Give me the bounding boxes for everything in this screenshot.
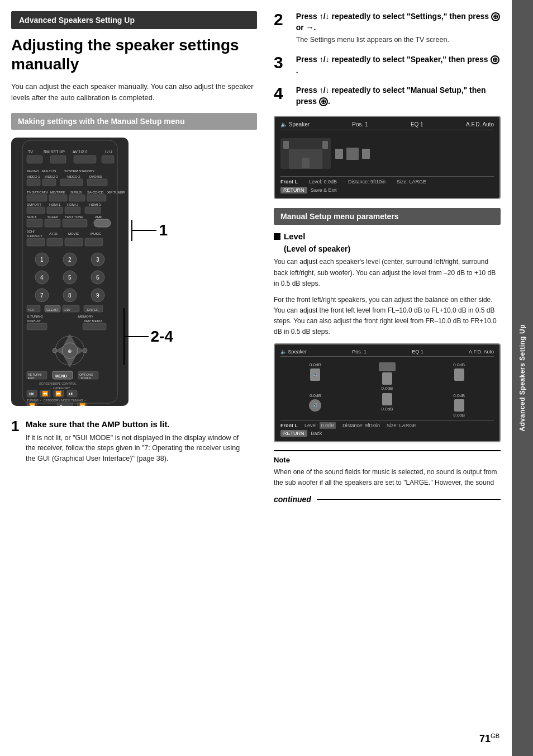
step-2: 2 Press ↑/↓ repeatedly to select "Settin… bbox=[274, 11, 501, 45]
step-4: 4 Press ↑/↓ repeatedly to select "Manual… bbox=[274, 85, 501, 107]
svg-text:RM SET UP: RM SET UP bbox=[44, 150, 65, 154]
side-tab: Advanced Speakers Setting Up bbox=[512, 0, 533, 756]
svg-text:EXIT: EXIT bbox=[28, 376, 35, 380]
page-number: 71GB bbox=[479, 733, 499, 745]
step-1: 1 Make sure that the AMP button is lit. … bbox=[11, 419, 257, 464]
side-tab-label: Advanced Speakers Setting Up bbox=[518, 324, 526, 431]
svg-text:HDMI 1: HDMI 1 bbox=[49, 203, 61, 206]
svg-rect-25 bbox=[27, 195, 47, 201]
svg-text:MENU: MENU bbox=[55, 374, 67, 378]
svg-rect-33 bbox=[27, 207, 45, 214]
svg-rect-42 bbox=[45, 219, 60, 227]
svg-text:4: 4 bbox=[40, 275, 44, 281]
svg-text:AV 1/2 0: AV 1/2 0 bbox=[73, 150, 87, 154]
section-header: Advanced Speakers Setting Up bbox=[11, 11, 257, 29]
svg-text:6: 6 bbox=[96, 275, 99, 281]
bracket-2-4: 2-4 bbox=[123, 328, 173, 346]
svg-text:1: 1 bbox=[40, 257, 44, 263]
svg-text:MEMORY: MEMORY bbox=[78, 315, 93, 318]
svg-text:A.DIRECT: A.DIRECT bbox=[27, 234, 42, 238]
svg-text:MD/TAPE: MD/TAPE bbox=[50, 191, 65, 194]
svg-point-93 bbox=[53, 348, 57, 353]
svg-text:PHONO: PHONO bbox=[27, 169, 39, 173]
svg-text:DISPLAY: DISPLAY bbox=[27, 319, 41, 323]
svg-text:SLEEP: SLEEP bbox=[47, 215, 58, 219]
svg-text:MULTI IN: MULTI IN bbox=[42, 169, 56, 173]
svg-rect-16 bbox=[27, 179, 40, 186]
svg-text:8: 8 bbox=[68, 292, 72, 299]
svg-text:TUNING ← CATEGORY MODE TUNING : TUNING ← CATEGORY MODE TUNING → bbox=[27, 399, 87, 402]
svg-text:9: 9 bbox=[96, 292, 99, 299]
svg-text:HDMI 2: HDMI 2 bbox=[67, 203, 79, 206]
svg-rect-50 bbox=[27, 238, 45, 246]
step-3-title: Press ↑/↓ repeatedly to select "Speaker,… bbox=[296, 54, 501, 76]
svg-text:3: 3 bbox=[96, 257, 99, 263]
level-body-2: For the front left/right speakers, you c… bbox=[274, 295, 501, 338]
svg-text:⏩: ⏩ bbox=[55, 390, 62, 397]
svg-text:VIDEO 2: VIDEO 2 bbox=[45, 175, 58, 178]
svg-text:TEST TONE: TEST TONE bbox=[65, 215, 83, 219]
continued-line: continued bbox=[274, 495, 501, 504]
svg-text:VIDEO 2: VIDEO 2 bbox=[67, 175, 80, 178]
svg-text:2: 2 bbox=[68, 257, 72, 263]
tv-screen-2: 🔈 Speaker Pos. 1 EQ 1 A.F.D. Auto 0.0dB … bbox=[274, 343, 501, 442]
remote-control-image: TV RM SET UP AV 1/2 0 I / U PHONO MU bbox=[11, 138, 129, 406]
step-2-title: Press ↑/↓ repeatedly to select "Settings… bbox=[296, 11, 501, 33]
svg-text:SCREEN/DSPL CONTROL: SCREEN/DSPL CONTROL bbox=[39, 382, 77, 385]
svg-text:SIRIUS: SIRIUS bbox=[70, 191, 82, 194]
step-1-title: Make sure that the AMP button is lit. bbox=[26, 419, 249, 430]
manual-setup-header: Manual Setup menu parameters bbox=[274, 208, 501, 225]
svg-text:ENTER: ENTER bbox=[87, 308, 99, 311]
svg-rect-51 bbox=[47, 238, 63, 246]
svg-text:A.F.D.: A.F.D. bbox=[49, 232, 59, 235]
intro-text: You can adjust the each speaker manually… bbox=[11, 81, 257, 103]
svg-rect-84 bbox=[27, 323, 47, 330]
note-body: When one of the sound fields for music i… bbox=[274, 467, 501, 488]
svg-text:SHIFT: SHIFT bbox=[27, 215, 37, 219]
sub-section-header: Making settings with the Manual Setup me… bbox=[11, 113, 257, 130]
svg-text:0/10: 0/10 bbox=[64, 308, 70, 311]
svg-text:TV SAT/CATV: TV SAT/CATV bbox=[27, 191, 48, 194]
svg-text:⏪: ⏪ bbox=[42, 390, 49, 397]
tv-screen-1: 🔈 Speaker Pos. 1 EQ 1 A.F.D. Auto bbox=[274, 116, 501, 199]
level-heading: Level bbox=[274, 231, 501, 241]
step-2-body: The Settings menu list appears on the TV… bbox=[296, 35, 501, 45]
svg-rect-8 bbox=[102, 155, 114, 163]
svg-text:MOVIE: MOVIE bbox=[68, 232, 79, 235]
svg-text:HDMI 3: HDMI 3 bbox=[89, 203, 101, 206]
svg-text:← CATEGORY →: ← CATEGORY → bbox=[49, 386, 74, 390]
svg-text:I / U: I / U bbox=[105, 150, 112, 154]
svg-text:SYSTEM STANDBY: SYSTEM STANDBY bbox=[64, 169, 94, 173]
svg-text:▶: ▶ bbox=[60, 404, 64, 406]
svg-rect-7 bbox=[74, 155, 96, 163]
svg-point-94 bbox=[83, 348, 87, 353]
svg-text:SA-CD/CD: SA-CD/CD bbox=[87, 191, 104, 194]
svg-text:⏭: ⏭ bbox=[69, 391, 74, 396]
svg-text:DMPORT: DMPORT bbox=[27, 203, 41, 206]
step-4-title: Press ↑/↓ repeatedly to select "Manual S… bbox=[296, 85, 501, 107]
svg-text:AMP MENU: AMP MENU bbox=[84, 319, 102, 323]
svg-rect-19 bbox=[87, 179, 107, 186]
svg-text:TV: TV bbox=[28, 150, 33, 154]
note-title: Note bbox=[274, 456, 501, 464]
svg-rect-28 bbox=[87, 195, 106, 201]
svg-text:⊕: ⊕ bbox=[68, 348, 72, 354]
svg-rect-26 bbox=[49, 195, 67, 201]
svg-rect-27 bbox=[69, 195, 85, 201]
continued-bar bbox=[317, 499, 501, 500]
svg-text:AMP: AMP bbox=[95, 215, 102, 219]
level-subheading: (Level of speaker) bbox=[274, 244, 501, 253]
svg-rect-6 bbox=[50, 155, 66, 163]
svg-rect-5 bbox=[27, 155, 42, 163]
svg-text:2CH/: 2CH/ bbox=[27, 230, 35, 233]
svg-rect-34 bbox=[47, 207, 63, 214]
svg-rect-53 bbox=[85, 238, 103, 246]
continued-text: continued bbox=[274, 495, 311, 504]
svg-rect-85 bbox=[83, 323, 106, 330]
svg-text:VIDEO 1: VIDEO 1 bbox=[27, 175, 40, 178]
svg-text:MUSIC: MUSIC bbox=[91, 232, 102, 235]
svg-text:CLEAR: CLEAR bbox=[46, 308, 58, 311]
step-1-body: If it is not lit, or "GUI MODE" is not d… bbox=[26, 433, 249, 464]
square-bullet-icon bbox=[274, 233, 280, 240]
svg-text:5: 5 bbox=[68, 275, 72, 281]
